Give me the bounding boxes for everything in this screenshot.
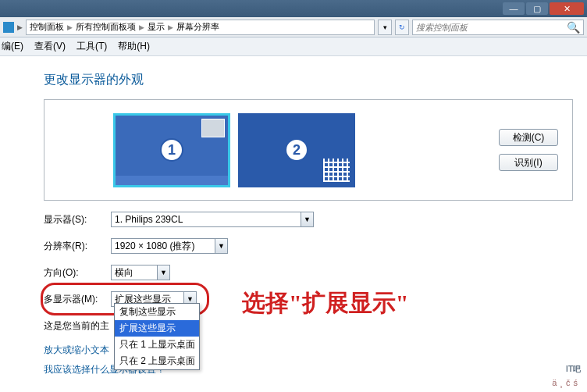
monitor-1[interactable]: 1 [113,113,230,187]
grid-icon [323,159,350,182]
dropdown-option[interactable]: 只在 2 上显示桌面 [115,353,199,369]
breadcrumb-item[interactable]: 显示 [148,21,165,33]
monitor-number: 1 [160,138,183,162]
brand-watermark: IT吧 [566,364,581,375]
search-icon[interactable]: 🔍 [567,21,580,34]
orientation-select[interactable]: 横向 ▼ [111,265,170,280]
address-bar: ▶ 控制面板 ▶ 所有控制面板项 ▶ 显示 ▶ 屏幕分辨率 ▾ ↻ 🔍 [0,17,587,37]
orientation-label: 方向(O): [44,266,105,280]
content-area: 更改显示器的外观 1 2 检测(C) 识别(I) 显示器(S): 1. Phil… [0,56,587,376]
search-box[interactable]: 🔍 [412,20,584,35]
breadcrumb-item[interactable]: 屏幕分辨率 [176,21,219,33]
breadcrumb-sep-icon: ▶ [67,23,73,31]
multi-display-dropdown-list: 复制这些显示 扩展这些显示 只在 1 上显示桌面 只在 2 上显示桌面 [114,303,200,370]
breadcrumb-dropdown-button[interactable]: ▾ [378,20,392,35]
menu-view[interactable]: 查看(V) [34,40,66,53]
resolution-row: 分辨率(R): 1920 × 1080 (推荐) ▼ [44,238,573,254]
resolution-value: 1920 × 1080 (推荐) [115,240,194,253]
multi-display-label: 多显示器(M): [44,293,105,306]
breadcrumb-item[interactable]: 控制面板 [30,21,64,33]
dropdown-option[interactable]: 只在 1 上显示桌面 [115,337,199,353]
monitor-preview: 1 2 [113,113,355,187]
chevron-down-icon: ▼ [157,265,169,280]
side-buttons: 检测(C) 识别(I) [499,129,558,171]
detect-button[interactable]: 检测(C) [499,129,558,146]
zoom-text-link[interactable]: 放大或缩小文本 [44,344,109,355]
chevron-down-icon: ▼ [215,239,227,253]
menu-edit[interactable]: 编(E) [2,40,23,53]
chevron-down-icon: ▼ [301,212,313,226]
close-button[interactable]: ✕ [550,2,584,15]
display-row: 显示器(S): 1. Philips 239CL ▼ [44,212,573,227]
minimize-button[interactable]: — [503,2,525,15]
page-title: 更改显示器的外观 [44,72,573,88]
breadcrumb-sep-icon: ▶ [139,23,144,31]
breadcrumb[interactable]: 控制面板 ▶ 所有控制面板项 ▶ 显示 ▶ 屏幕分辨率 [26,20,375,35]
maximize-button[interactable]: ▢ [526,2,548,15]
orientation-value: 横向 [115,266,133,280]
breadcrumb-sep-icon: ▶ [17,23,23,31]
window-thumb-icon [201,119,225,137]
dropdown-option-selected[interactable]: 扩展这些显示 [115,320,199,337]
menu-bar: 编(E) 查看(V) 工具(T) 帮助(H) [0,37,587,56]
monitor-2[interactable]: 2 [238,113,355,187]
taskbar-icon [116,176,228,185]
watermark-text: ä¸čś [552,378,581,387]
annotation-text: 选择"扩展显示" [242,287,408,319]
breadcrumb-sep-icon: ▶ [168,23,173,31]
display-label: 显示器(S): [44,213,105,226]
breadcrumb-item[interactable]: 所有控制面板项 [76,21,136,33]
search-input[interactable] [416,23,567,32]
menu-help[interactable]: 帮助(H) [118,40,150,53]
orientation-row: 方向(O): 横向 ▼ [44,265,573,280]
resolution-label: 分辨率(R): [44,240,105,253]
resolution-select[interactable]: 1920 × 1080 (推荐) ▼ [111,238,228,254]
display-value: 1. Philips 239CL [115,214,183,225]
refresh-button[interactable]: ↻ [395,20,409,35]
control-panel-icon [3,22,14,33]
menu-tools[interactable]: 工具(T) [76,40,107,53]
dropdown-option[interactable]: 复制这些显示 [115,304,199,320]
monitor-preview-box: 1 2 检测(C) 识别(I) [44,99,573,201]
identify-button[interactable]: 识别(I) [499,154,558,171]
monitor-number: 2 [285,138,308,162]
window-titlebar: — ▢ ✕ [0,0,587,17]
display-select[interactable]: 1. Philips 239CL ▼ [111,212,314,227]
